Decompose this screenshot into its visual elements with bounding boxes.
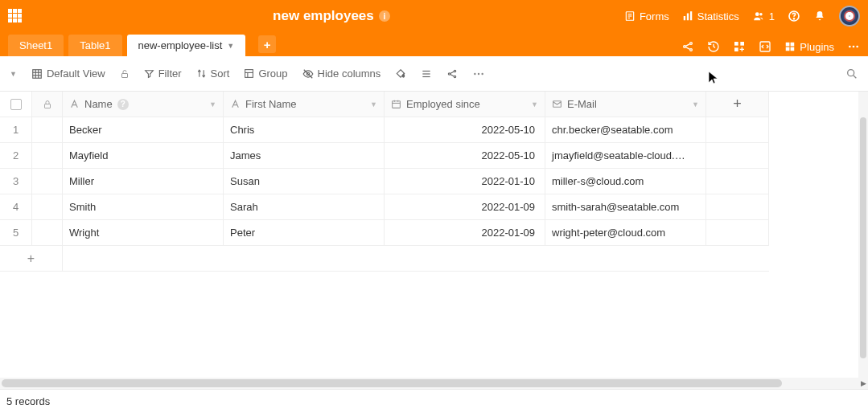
search-button[interactable] [845,67,858,80]
svg-rect-33 [245,70,253,78]
share-view-button[interactable] [446,68,458,80]
cell-firstname[interactable]: Peter [224,220,385,246]
cell-email[interactable]: miller-s@cloud.com [545,169,706,194]
row-number[interactable]: 4 [0,194,32,220]
base-title[interactable]: new employees [273,8,374,24]
cell-name[interactable]: Miller [63,169,224,194]
filter-button[interactable]: Filter [144,67,182,80]
scroll-right-arrow[interactable]: ▶ [858,378,868,389]
add-table-button[interactable]: + [258,35,276,53]
row-number[interactable]: 3 [0,169,32,194]
share-button[interactable] [681,40,694,53]
horizontal-scrollbar[interactable]: ▶ [0,378,858,389]
scrollbar-thumb[interactable] [860,117,866,358]
svg-rect-16 [734,42,738,46]
cell-email[interactable]: smith-sarah@seatable.com [545,194,706,220]
row-lock-cell[interactable] [32,117,63,143]
cell-firstname[interactable]: Chris [224,117,385,143]
svg-line-50 [854,76,856,78]
column-header-employed[interactable]: Employed since ▼ [385,92,545,117]
column-header-firstname[interactable]: First Name ▼ [224,92,385,117]
column-menu-caret[interactable]: ▼ [370,100,377,108]
cell-email[interactable]: wright-peter@cloud.com [545,220,706,246]
row-number[interactable]: 1 [0,117,32,143]
column-label: First Name [245,98,297,110]
column-header-name[interactable]: Name ? ▼ [63,92,224,117]
notifications-button[interactable] [813,10,826,22]
group-button[interactable]: Group [244,67,287,80]
row-lock-cell[interactable] [32,169,63,194]
help-icon[interactable]: ? [117,99,129,110]
statistics-link[interactable]: Statistics [682,10,739,22]
tab-new-employee-list[interactable]: new-employee-list ▼ [127,35,246,56]
help-button[interactable] [788,10,800,22]
info-icon[interactable]: i [379,10,390,22]
cell-name[interactable]: Wright [63,220,224,246]
forms-link[interactable]: Forms [624,10,669,22]
checkbox-icon[interactable] [10,99,22,110]
svg-point-8 [759,13,763,15]
view-switcher-caret[interactable]: ▼ [10,70,17,78]
select-all-cell[interactable] [0,92,32,117]
column-menu-caret[interactable]: ▼ [531,100,538,108]
row-lock-cell[interactable] [32,143,63,169]
view-lock-button[interactable] [120,69,130,79]
row-height-button[interactable] [421,68,432,80]
hide-columns-button[interactable]: Hide columns [302,67,381,80]
sort-icon [196,68,207,79]
svg-line-15 [686,47,690,50]
vertical-scrollbar[interactable] [858,92,868,378]
user-avatar[interactable] [839,6,860,27]
cell-employed[interactable]: 2022-01-09 [385,220,545,246]
sort-button[interactable]: Sort [196,67,230,80]
column-menu-caret[interactable]: ▼ [692,100,699,108]
lock-open-icon [120,69,130,79]
history-button[interactable] [707,40,720,53]
grid-icon [31,68,43,80]
cell-email[interactable]: jmayfield@seatable-cloud.… [545,143,706,169]
tab-caret-icon[interactable]: ▼ [227,42,234,50]
eye-off-icon [302,68,314,80]
tab-table1[interactable]: Table1 [68,35,121,56]
svg-point-48 [482,72,483,74]
apps-menu-icon[interactable] [8,9,23,23]
cell-name[interactable]: Becker [63,117,224,143]
lock-column-header[interactable] [32,92,63,117]
view-selector[interactable]: Default View [31,67,105,80]
tab-sheet1[interactable]: Sheet1 [8,35,64,56]
add-column-button[interactable]: + [706,92,769,117]
automation-button[interactable] [733,40,746,53]
hide-columns-label: Hide columns [318,67,381,80]
more-menu-button[interactable] [847,40,860,53]
row-number[interactable]: 5 [0,220,32,246]
svg-point-12 [690,43,693,45]
cell-name[interactable]: Smith [63,194,224,220]
toolbar-more-button[interactable] [472,67,485,80]
cell-firstname[interactable]: James [224,143,385,169]
cell-employed[interactable]: 2022-05-10 [385,117,545,143]
cell-email[interactable]: chr.becker@seatable.com [545,117,706,143]
cell-employed[interactable]: 2022-05-10 [385,143,545,169]
row-lock-cell[interactable] [32,220,63,246]
cell-firstname[interactable]: Susan [224,169,385,194]
tab-label: Sheet1 [19,39,52,51]
svg-rect-22 [786,47,790,51]
row-lock-cell[interactable] [32,194,63,220]
base-title-wrap: new employees i [39,8,624,24]
plugins-button[interactable]: Plugins [784,41,834,53]
collaborators-button[interactable]: 1 [752,10,775,22]
sort-label: Sort [211,67,230,80]
row-number[interactable]: 2 [0,143,32,169]
svg-point-7 [755,12,759,16]
column-menu-caret[interactable]: ▼ [209,100,216,108]
cell-employed[interactable]: 2022-01-09 [385,194,545,220]
column-header-email[interactable]: E-Mail ▼ [545,92,706,117]
color-button[interactable] [395,68,406,80]
api-button[interactable] [759,40,771,53]
cell-name[interactable]: Mayfield [63,143,224,169]
cell-firstname[interactable]: Sarah [224,194,385,220]
scrollbar-thumb[interactable] [2,379,782,387]
svg-point-42 [455,70,456,72]
add-row-button[interactable]: + [0,246,63,272]
cell-employed[interactable]: 2022-01-10 [385,169,545,194]
